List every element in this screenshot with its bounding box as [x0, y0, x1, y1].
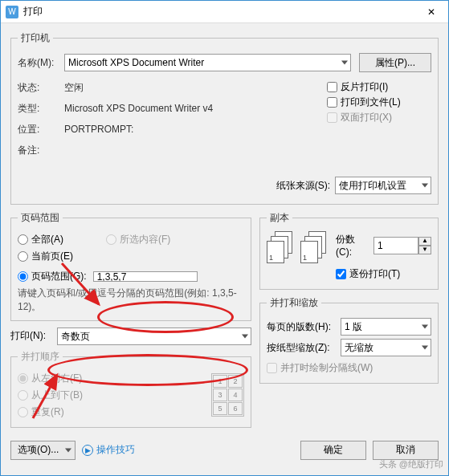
printer-legend: 打印机 — [18, 31, 53, 45]
print-what-label: 打印(N): — [10, 329, 57, 343]
scale-select[interactable]: 无缩放 — [341, 339, 431, 356]
options-button[interactable]: 选项(O)... — [10, 441, 76, 460]
cancel-button[interactable]: 取消 — [373, 441, 439, 460]
paper-source-label: 纸张来源(S): — [276, 179, 330, 193]
range-hint: 请键入页码和/或用逗号分隔的页码范围(例如: 1,3,5-12)。 — [18, 287, 244, 314]
reverse-checkbox[interactable]: 反片打印(I) — [327, 80, 431, 94]
print-order-group: 并打顺序 从左到右(F) 从上到下(B) 重复(R) 12 34 56 — [10, 350, 251, 428]
print-what-select[interactable]: 奇数页 — [57, 328, 251, 345]
print-order-legend: 并打顺序 — [18, 350, 63, 364]
order-lr-radio: 从左到右(F) — [18, 372, 211, 385]
print-to-file-checkbox[interactable]: 打印到文件(L) — [327, 96, 431, 109]
paper-source-select[interactable]: 使用打印机设置 — [335, 177, 431, 194]
name-label: 名称(M): — [18, 56, 64, 70]
range-selection-radio: 所选内容(F) — [106, 233, 244, 246]
per-sheet-label: 每页的版数(H): — [267, 320, 341, 334]
range-current-radio[interactable]: 当前页(E) — [18, 250, 106, 263]
close-button[interactable]: ✕ — [414, 1, 448, 23]
ok-button[interactable]: 确定 — [300, 441, 366, 460]
copies-legend: 副本 — [267, 211, 292, 225]
copies-group: 副本 321 321 份数(C): — [259, 211, 439, 290]
tips-link[interactable]: ▶ 操作技巧 — [82, 443, 135, 457]
app-icon: W — [6, 6, 18, 18]
comment-label: 备注: — [18, 144, 64, 157]
range-pages-radio[interactable]: 页码范围(G): — [18, 270, 244, 283]
draw-lines-checkbox: 并打时绘制分隔线(W) — [267, 361, 431, 375]
play-icon: ▶ — [82, 445, 93, 456]
scale-label: 按纸型缩放(Z): — [267, 341, 341, 355]
where-value: PORTPROMPT: — [64, 124, 327, 135]
order-repeat-radio: 重复(R) — [18, 405, 211, 419]
properties-button[interactable]: 属性(P)... — [359, 53, 431, 72]
page-range-group: 页码范围 全部(A) 当前页(E) 所选内容(F) 页码范围(G): — [10, 211, 251, 321]
pages-input[interactable] — [93, 271, 198, 282]
collate-checkbox[interactable]: 逐份打印(T) — [336, 267, 431, 281]
type-label: 类型: — [18, 102, 64, 116]
watermark: 头条 @绝版打印 — [379, 458, 443, 470]
where-label: 位置: — [18, 123, 64, 136]
window-title: 打印 — [23, 5, 414, 18]
per-sheet-select[interactable]: 1 版 — [341, 318, 431, 336]
status-value: 空闲 — [64, 81, 327, 95]
chevron-down-icon — [65, 448, 71, 452]
order-tb-radio: 从上到下(B) — [18, 389, 211, 402]
type-value: Microsoft XPS Document Writer v4 — [64, 103, 327, 114]
range-all-radio[interactable]: 全部(A) — [18, 233, 106, 246]
order-preview-icon: 12 34 56 — [211, 373, 244, 417]
copies-input[interactable] — [373, 237, 418, 254]
copies-up-button[interactable]: ▲ — [418, 237, 431, 246]
printer-group: 打印机 名称(M): Microsoft XPS Document Writer… — [10, 31, 439, 205]
status-label: 状态: — [18, 81, 64, 95]
zoom-group: 并打和缩放 每页的版数(H): 1 版 按纸型缩放(Z): 无缩放 并打时绘制分… — [259, 296, 439, 384]
zoom-legend: 并打和缩放 — [267, 296, 321, 310]
collate-icon: 321 321 — [267, 231, 329, 263]
duplex-checkbox: 双面打印(X) — [327, 111, 431, 124]
titlebar: W 打印 ✕ — [1, 1, 448, 23]
copies-down-button[interactable]: ▼ — [418, 246, 431, 254]
page-range-legend: 页码范围 — [18, 211, 63, 225]
printer-select[interactable]: Microsoft XPS Document Writer — [64, 54, 351, 71]
copies-label: 份数(C): — [336, 233, 369, 258]
